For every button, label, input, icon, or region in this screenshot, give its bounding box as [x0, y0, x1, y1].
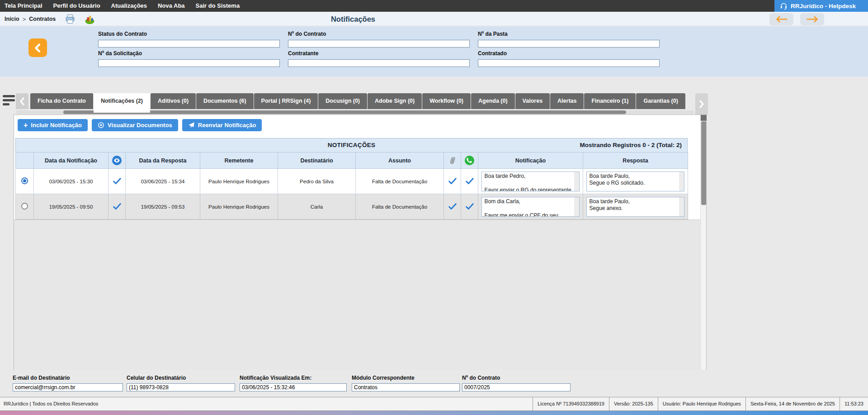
helpdesk-badge[interactable]: RRJurídico - Helpdesk	[774, 0, 868, 12]
filter-input-numero-contrato[interactable]	[288, 40, 470, 48]
col-notificacao[interactable]: Notificação	[478, 153, 583, 169]
menu-nova-aba[interactable]: Nova Aba	[152, 0, 190, 12]
detail-input-modulo-correspondente[interactable]	[352, 383, 460, 391]
filter-label-status-contrato: Status do Contrato	[98, 31, 280, 37]
col-select	[16, 153, 34, 169]
panel-vertical-scrollbar[interactable]	[700, 115, 706, 370]
hamburger-menu-icon[interactable]	[3, 95, 15, 107]
breadcrumb-current[interactable]: Contratos	[29, 16, 56, 22]
notificacao-textbox[interactable]: Boa tarde Pedro, Favor enviar o RG do re…	[481, 172, 580, 191]
chart-report-icon[interactable]	[85, 14, 95, 24]
cell-anexo-check	[444, 194, 461, 219]
breadcrumb-separator: >	[22, 16, 27, 23]
scroll-up-button[interactable]	[701, 115, 707, 121]
tab-portal-rrsign[interactable]: Portal | RRSign (4)	[254, 93, 318, 109]
detail-label-celular-destinatario: Celular do Destinatário	[127, 375, 235, 381]
table-row[interactable]: 03/06/2025 - 15:30 03/06/2025 - 15:34 Pa…	[16, 169, 688, 194]
col-resposta[interactable]: Resposta	[583, 153, 688, 169]
table-header-row: Data da Notificação Data da Resposta Rem…	[16, 153, 688, 169]
check-icon	[112, 176, 122, 186]
tab-adobe-sign[interactable]: Adobe Sign (0)	[368, 93, 422, 109]
tab-workflow[interactable]: Workflow (0)	[422, 93, 471, 109]
notificacao-textbox[interactable]: Bom dia Carla, Favor me enviar o CPF do …	[481, 197, 580, 217]
tab-docusign[interactable]: Docusign (0)	[318, 93, 367, 109]
breadcrumb-home[interactable]: Início	[5, 16, 19, 22]
detail-input-numero-contrato[interactable]	[462, 383, 571, 391]
tab-notificacoes[interactable]: Notificações (2)	[94, 93, 150, 113]
resposta-textbox[interactable]: Boa tarde Paulo, Segue o RG solicitado.	[586, 172, 685, 191]
detail-label-numero-contrato: Nº do Contrato	[462, 375, 571, 381]
eye-icon	[98, 122, 104, 129]
tab-aditivos[interactable]: Aditivos (0)	[151, 93, 196, 109]
tab-garantias[interactable]: Garantias (0)	[636, 93, 685, 109]
menu-tela-principal[interactable]: Tela Principal	[0, 0, 48, 12]
filter-input-numero-solicitacao[interactable]	[98, 59, 280, 67]
col-anexo[interactable]	[444, 153, 461, 169]
cell-destinatario: Carla	[278, 194, 356, 219]
col-assunto[interactable]: Assunto	[356, 153, 444, 169]
footer-license: Licença Nº 713949332388919	[533, 397, 609, 410]
col-remetente[interactable]: Remetente	[200, 153, 278, 169]
visualizar-documentos-label: Visualizar Documentos	[108, 122, 172, 129]
table-title-band: NOTIFICAÇÕES Mostrando Registros 0 - 2 (…	[15, 138, 688, 152]
toolbar: + Incluir Notificação Visualizar Documen…	[14, 115, 706, 135]
footer-copyright: RRJurídico | Todos os Direitos Reservado…	[0, 397, 533, 410]
arrow-left-icon	[775, 16, 788, 23]
tab-ficha-do-contrato[interactable]: Ficha do Contrato	[30, 93, 93, 109]
row-radio[interactable]	[21, 203, 28, 210]
col-visualizada[interactable]	[108, 153, 126, 169]
detail-label-notificacao-visualizada: Notificação Visualizada Em:	[240, 375, 347, 381]
row-radio-selected[interactable]	[21, 177, 28, 184]
col-data-resposta[interactable]: Data da Resposta	[126, 153, 200, 169]
helpdesk-label: RRJurídico - Helpdesk	[791, 3, 856, 10]
chevron-left-icon	[33, 43, 43, 53]
footer-date: Sexta-Feira, 14 de Novembro de 2025	[745, 397, 840, 410]
resposta-textbox[interactable]: Boa tarde Paulo, Segue anexo.	[586, 197, 685, 217]
tab-agenda[interactable]: Agenda (0)	[471, 93, 515, 109]
page-title: Notificações	[331, 12, 375, 26]
panel-empty-area	[14, 219, 706, 370]
cell-data-resposta: 03/06/2025 - 15:34	[126, 169, 200, 194]
col-whatsapp[interactable]	[461, 153, 478, 169]
plus-icon: +	[24, 122, 28, 129]
cell-remetente: Paulo Henrique Rodrigues	[200, 169, 278, 194]
filter-input-contratante[interactable]	[288, 59, 470, 67]
tab-documentos[interactable]: Documentos (6)	[196, 93, 253, 109]
print-icon[interactable]	[65, 14, 75, 24]
col-data-notificacao[interactable]: Data da Notificação	[34, 153, 108, 169]
table-row[interactable]: 19/05/2025 - 09:50 19/05/2025 - 09:53 Pa…	[16, 194, 688, 219]
tab-valores[interactable]: Valores	[515, 93, 550, 109]
check-icon	[448, 201, 458, 211]
filter-input-contratado[interactable]	[478, 59, 660, 67]
menu-sair-sistema[interactable]: Sair do Sistema	[190, 0, 245, 12]
check-icon	[448, 176, 458, 186]
back-button[interactable]	[28, 38, 47, 57]
tabs-scroll-right-button[interactable]	[695, 93, 708, 115]
cell-data-resposta: 19/05/2025 - 09:53	[126, 194, 200, 219]
tab-alertas[interactable]: Alertas	[550, 93, 584, 109]
notifications-panel: + Incluir Notificação Visualizar Documen…	[14, 114, 707, 370]
incluir-notificacao-button[interactable]: + Incluir Notificação	[18, 119, 88, 131]
visualizar-documentos-button[interactable]: Visualizar Documentos	[92, 119, 178, 131]
nav-forward-button[interactable]	[800, 13, 824, 25]
tabs-scroll-left-button[interactable]	[16, 93, 28, 109]
menu-perfil-usuario[interactable]: Perfil do Usuário	[48, 0, 106, 12]
detail-input-email-destinatario[interactable]	[13, 383, 123, 391]
menu-atualizacoes[interactable]: Atualizações	[106, 0, 152, 12]
detail-input-notificacao-visualizada[interactable]	[240, 383, 347, 391]
contract-tabs: Ficha do Contrato Notificações (2) Aditi…	[30, 93, 686, 113]
notification-details: E-mail do Destinatário Celular do Destin…	[0, 375, 868, 396]
filter-input-status-contrato[interactable]	[98, 40, 280, 48]
scrollbar-thumb[interactable]	[701, 121, 706, 205]
col-destinatario[interactable]: Destinatário	[278, 153, 356, 169]
reenviar-notificacao-button[interactable]: Reenviar Notificação	[182, 119, 262, 131]
bottom-edge-strip	[0, 411, 868, 415]
detail-input-celular-destinatario[interactable]	[127, 383, 235, 391]
cell-assunto: Falta de Documentação	[356, 194, 444, 219]
detail-label-email-destinatario: E-mail do Destinatário	[13, 375, 123, 381]
footer-user: Usuário: Paulo Henrique Rodrigues	[658, 397, 745, 410]
nav-back-button[interactable]	[769, 13, 793, 25]
chevron-left-icon	[19, 97, 25, 105]
tab-financeiro[interactable]: Financeiro (1)	[584, 93, 636, 109]
filter-input-numero-pasta[interactable]	[478, 40, 660, 48]
